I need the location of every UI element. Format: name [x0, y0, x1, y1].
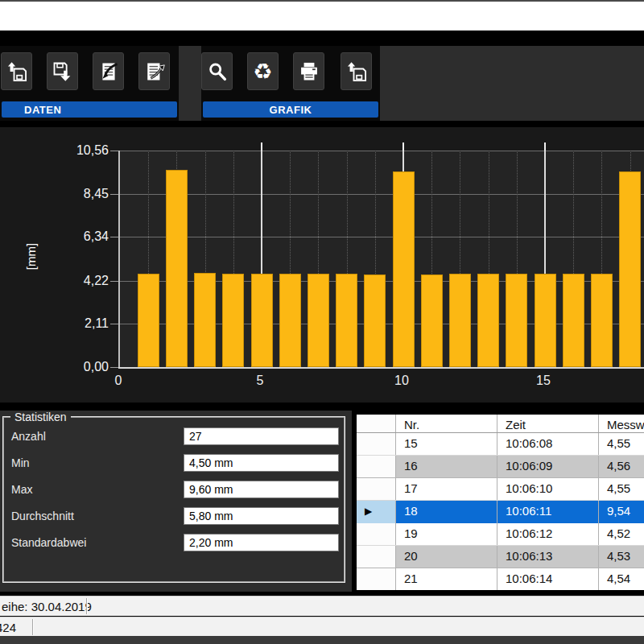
stat-field-anzahl[interactable]: 27 — [184, 427, 339, 445]
row-selector-cell[interactable] — [357, 433, 396, 455]
import-document-icon — [97, 60, 120, 83]
statistics-panel: Statistiken Anzahl27Min4,50 mmMax9,60 mm… — [0, 411, 352, 592]
cell-nr[interactable]: 15 — [396, 433, 497, 455]
horizontal-gridline — [120, 237, 644, 237]
stat-label-anzahl: Anzahl — [11, 430, 46, 443]
cell-messwert[interactable]: 4,54 — [599, 568, 644, 590]
toolbar-group-grafik: ♻ — [201, 46, 380, 121]
load-file-icon — [345, 60, 368, 83]
cell-zeit[interactable]: 10:06:13 — [497, 546, 599, 568]
cell-zeit[interactable]: 10:06:12 — [497, 523, 599, 545]
export-graphic-button[interactable] — [341, 52, 372, 90]
bar — [308, 274, 329, 367]
row-selector-cell[interactable] — [357, 478, 396, 500]
y-axis-tick — [110, 324, 118, 324]
recycle-icon: ♻ — [253, 60, 272, 82]
cell-nr[interactable]: 18 — [396, 501, 497, 523]
ribbon-toolbar: DATEN ♻ — [0, 46, 644, 121]
bar — [421, 275, 443, 367]
printer-icon — [298, 60, 320, 83]
cell-nr[interactable]: 17 — [396, 478, 497, 500]
stat-label-standardabwei: Standardabwei — [11, 536, 86, 549]
table-row[interactable]: 1610:06:094,56 — [357, 456, 644, 478]
bar — [535, 274, 556, 367]
bar — [194, 273, 216, 367]
row-selector-cell[interactable] — [357, 456, 396, 477]
column-header-messwert[interactable]: Messwert — [599, 415, 644, 432]
cell-messwert[interactable]: 4,55 — [599, 478, 644, 500]
cell-zeit[interactable]: 10:06:08 — [497, 433, 599, 455]
y-axis-tick — [110, 151, 118, 151]
stat-label-durchschnitt: Durchschnitt — [11, 510, 74, 522]
bar — [364, 275, 386, 367]
export-data-button[interactable] — [138, 52, 170, 90]
y-axis-tick — [110, 367, 118, 368]
refresh-button[interactable]: ♻ — [247, 52, 279, 90]
column-header-nr[interactable]: Nr. — [396, 415, 497, 432]
cell-messwert[interactable]: 4,52 — [599, 523, 644, 545]
cell-messwert[interactable]: 4,56 — [599, 456, 644, 477]
window-bottom-edge — [0, 636, 644, 644]
x-axis-major-tick — [402, 142, 404, 151]
table-row[interactable]: 1910:06:124,52 — [357, 523, 644, 546]
table-row[interactable]: 1510:06:084,55 — [357, 433, 644, 456]
cell-nr[interactable]: 20 — [396, 546, 497, 568]
zoom-button[interactable] — [201, 52, 233, 90]
cell-zeit[interactable]: 10:06:11 — [497, 501, 599, 523]
print-button[interactable] — [293, 52, 324, 90]
cell-zeit[interactable]: 10:06:09 — [497, 456, 599, 477]
toolbar-group-daten: DATEN — [0, 46, 179, 121]
bar — [591, 274, 613, 367]
stat-field-min[interactable]: 4,50 mm — [184, 454, 339, 472]
cell-messwert[interactable]: 4,55 — [599, 433, 644, 455]
cell-messwert[interactable]: 9,54 — [599, 501, 644, 523]
bar — [477, 274, 499, 367]
y-tick-label: 6,34 — [47, 229, 109, 244]
x-axis-major-tick — [261, 142, 262, 151]
row-selector-cell[interactable] — [357, 523, 396, 545]
y-tick-label: 2,11 — [47, 316, 109, 331]
cell-messwert[interactable]: 4,53 — [599, 546, 644, 568]
cell-nr[interactable]: 19 — [396, 523, 497, 545]
x-tick-label: 15 — [526, 374, 561, 388]
import-data-button[interactable] — [93, 52, 124, 90]
statistics-groupbox-title: Statistiken — [10, 411, 71, 423]
load-data-button[interactable] — [1, 52, 32, 90]
table-row[interactable]: 1710:06:104,55 — [357, 478, 644, 501]
y-tick-label: 4,22 — [47, 274, 109, 288]
table-row[interactable]: 2110:06:144,54 — [357, 568, 644, 590]
x-tick-label: 5 — [242, 374, 278, 388]
row-selector-header — [357, 415, 396, 432]
cell-nr[interactable]: 16 — [396, 456, 497, 477]
statusbar-count-text: 424 — [0, 621, 16, 634]
row-selector-cell[interactable] — [357, 568, 396, 590]
column-header-zeit[interactable]: Zeit — [497, 415, 599, 432]
table-row[interactable]: 2010:06:134,53 — [357, 546, 644, 568]
save-data-button[interactable] — [47, 52, 78, 90]
toolbar-group-label-daten: DATEN — [2, 101, 177, 118]
cell-nr[interactable]: 21 — [396, 568, 497, 590]
bar — [449, 274, 471, 367]
stat-label-max: Max — [11, 483, 32, 496]
row-selector-cell[interactable] — [357, 546, 396, 568]
cell-zeit[interactable]: 10:06:10 — [497, 478, 599, 500]
bar — [619, 171, 641, 367]
table-row[interactable]: ▶1810:06:119,54 — [357, 501, 644, 523]
current-row-marker[interactable]: ▶ — [357, 501, 396, 523]
titlebar-area — [0, 2, 644, 31]
stat-field-standardabwei[interactable]: 2,20 mm — [184, 534, 339, 551]
y-axis-tick — [110, 281, 118, 282]
x-tick-label: 10 — [384, 374, 419, 388]
cell-zeit[interactable]: 10:06:14 — [497, 568, 599, 590]
x-tick-label: 0 — [101, 374, 136, 388]
stat-field-max[interactable]: 9,60 mm — [184, 481, 339, 498]
statusbar-messreihe: eihe: 30.04.2019 — [0, 596, 644, 616]
bar — [279, 274, 301, 367]
statusbar-count: 424 — [0, 617, 644, 637]
horizontal-gridline — [120, 151, 644, 151]
save-file-icon — [52, 60, 74, 83]
bar — [251, 274, 273, 367]
measurement-table-panel: Nr.ZeitMesswert1510:06:084,551610:06:094… — [352, 411, 644, 592]
measurement-table: Nr.ZeitMesswert1510:06:084,551610:06:094… — [357, 415, 644, 590]
stat-field-durchschnitt[interactable]: 5,80 mm — [184, 507, 339, 525]
